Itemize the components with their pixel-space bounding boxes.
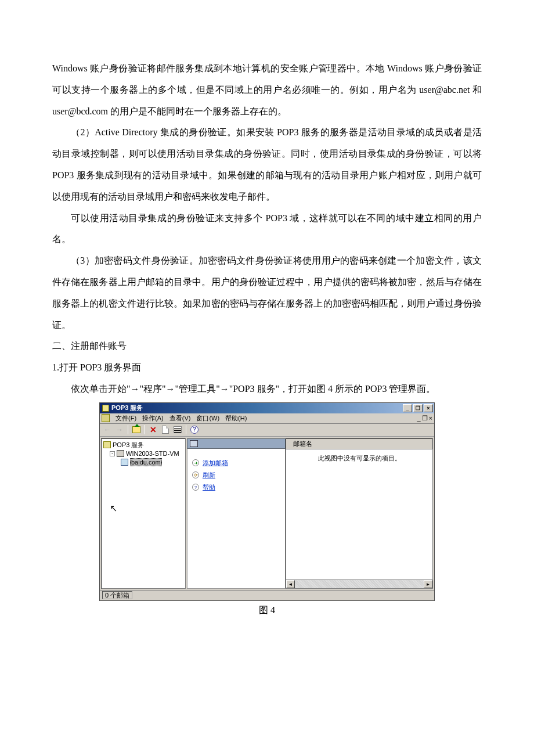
domain-header-icon — [190, 440, 198, 447]
list-pane: 邮箱名 此视图中没有可显示的项目。 ◄ ► — [286, 438, 433, 589]
up-button[interactable] — [131, 424, 142, 435]
domain-icon — [121, 459, 128, 466]
toolbar: ← → ✕ ? — [100, 424, 434, 437]
paragraph: 可以使用活动目录集成的身份验证来支持多个 POP3 域，这样就可以在不同的域中建… — [52, 208, 482, 251]
menu-window[interactable]: 窗口(W) — [194, 414, 222, 423]
paragraph: Windows 账户身份验证将邮件服务集成到本地计算机的安全账户管理器中。本地 … — [52, 58, 482, 122]
scroll-track[interactable] — [295, 580, 424, 588]
tree-server[interactable]: - WIN2003-STD-VM — [103, 449, 183, 458]
scroll-left-button[interactable]: ◄ — [286, 580, 295, 588]
list-body: 此视图中没有可显示的项目。 — [286, 449, 432, 579]
action-refresh[interactable]: ⟳ 刷新 — [192, 469, 280, 481]
action-pane: ➜ 添加邮箱 ⟳ 刷新 ? 帮助 — [187, 438, 286, 589]
tree-root[interactable]: POP3 服务 — [103, 441, 183, 449]
app-icon — [102, 405, 109, 412]
service-icon — [103, 441, 111, 448]
mdi-restore-button[interactable]: ❐ — [422, 415, 428, 422]
status-text: 0 个邮箱 — [102, 591, 132, 599]
minimize-button[interactable]: _ — [403, 404, 412, 412]
empty-message: 此视图中没有可显示的项目。 — [318, 455, 401, 462]
maximize-button[interactable]: ❐ — [413, 404, 423, 412]
cursor-icon: ↖ — [110, 503, 117, 514]
pop3-service-window: POP3 服务 _ ❐ × 文件(F) 操作(A) 查看(V) 窗口(W) 帮助… — [99, 402, 435, 601]
window-title: POP3 服务 — [111, 404, 143, 412]
back-button[interactable]: ← — [102, 424, 113, 435]
list-header[interactable]: 邮箱名 — [286, 439, 432, 449]
mdi-close-button[interactable]: × — [429, 415, 432, 422]
collapse-icon[interactable]: - — [110, 451, 115, 456]
status-bar: 0 个邮箱 — [100, 590, 434, 600]
properties-button[interactable] — [160, 424, 171, 435]
help-button[interactable]: ? — [189, 424, 200, 435]
section-heading: 二、注册邮件账号 — [52, 336, 482, 357]
list-view-button[interactable] — [172, 424, 183, 435]
menu-file[interactable]: 文件(F) — [113, 414, 139, 423]
forward-button[interactable]: → — [114, 424, 125, 435]
column-mailbox-name[interactable]: 邮箱名 — [291, 439, 432, 449]
scroll-right-button[interactable]: ► — [424, 580, 432, 588]
menu-action[interactable]: 操作(A) — [140, 414, 166, 423]
delete-button[interactable]: ✕ — [148, 424, 158, 435]
tree-pane[interactable]: POP3 服务 - WIN2003-STD-VM baidu.com ↖ — [101, 438, 186, 589]
paragraph: 依次单击开始"→"程序"→"管理工具"→"POP3 服务"，打开如图 4 所示的… — [52, 379, 482, 400]
menubar: 文件(F) 操作(A) 查看(V) 窗口(W) 帮助(H) _ ❐ × — [100, 413, 434, 424]
doc-icon — [102, 414, 110, 422]
action-add-mailbox[interactable]: ➜ 添加邮箱 — [192, 457, 280, 469]
server-icon — [117, 450, 124, 457]
menu-view[interactable]: 查看(V) — [167, 414, 193, 423]
refresh-icon: ⟳ — [192, 471, 199, 478]
add-icon: ➜ — [192, 459, 199, 466]
close-button[interactable]: × — [424, 404, 433, 412]
subsection-heading: 1.打开 POP3 服务界面 — [52, 357, 482, 379]
action-header — [187, 438, 286, 449]
paragraph: （2）Active Directory 集成的身份验证。如果安装 POP3 服务… — [52, 122, 482, 207]
menu-help[interactable]: 帮助(H) — [223, 414, 249, 423]
mdi-minimize-button[interactable]: _ — [417, 415, 420, 422]
tree-domain[interactable]: baidu.com — [103, 458, 183, 467]
action-help[interactable]: ? 帮助 — [192, 481, 280, 494]
titlebar[interactable]: POP3 服务 _ ❐ × — [100, 403, 434, 413]
help-icon: ? — [192, 484, 199, 491]
figure-caption: 图 4 — [52, 604, 482, 617]
horizontal-scrollbar[interactable]: ◄ ► — [286, 579, 432, 588]
paragraph: （3）加密密码文件身份验证。加密密码文件身份验证将使用用户的密码来创建一个加密文… — [52, 250, 482, 336]
